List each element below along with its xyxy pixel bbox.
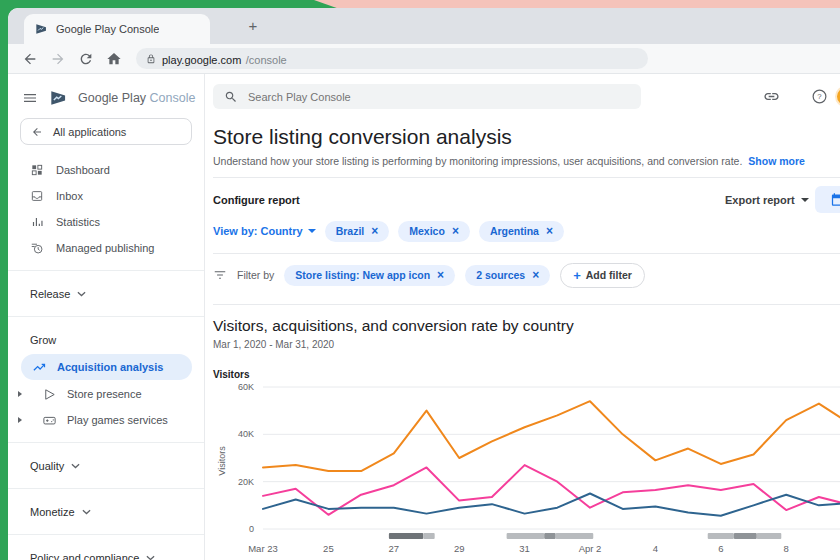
arrow-back-icon bbox=[31, 126, 43, 138]
svg-text:Mar 23: Mar 23 bbox=[248, 543, 278, 554]
trending-up-icon bbox=[32, 360, 47, 375]
play-console-app: Google Play Console All applications Das… bbox=[8, 74, 840, 560]
store-presence-icon bbox=[42, 387, 57, 402]
series-blue bbox=[263, 494, 840, 516]
play-console-logo-icon bbox=[48, 88, 68, 108]
search-bar[interactable] bbox=[213, 84, 641, 109]
sidebar-item-inbox[interactable]: Inbox bbox=[8, 183, 204, 209]
expand-arrow-icon[interactable] bbox=[18, 391, 22, 397]
help-icon[interactable]: ? bbox=[811, 88, 828, 105]
tab-title: Google Play Console bbox=[56, 23, 159, 35]
svg-text:8: 8 bbox=[784, 543, 789, 554]
country-chip-mexico[interactable]: Mexico × bbox=[398, 221, 470, 242]
sidebar-item-managed-publishing[interactable]: Managed publishing bbox=[8, 235, 204, 261]
sidebar-item-store-presence[interactable]: Store presence bbox=[8, 381, 204, 407]
avatar[interactable] bbox=[835, 86, 840, 107]
timeline-annotation-bar bbox=[507, 533, 545, 539]
forward-icon[interactable] bbox=[50, 51, 66, 67]
chevron-down-icon bbox=[82, 509, 91, 515]
svg-text:31: 31 bbox=[519, 543, 530, 554]
sidebar-divider bbox=[8, 270, 204, 271]
play-console-favicon bbox=[34, 22, 48, 36]
logo-text: Google Play Console bbox=[78, 91, 195, 105]
sidebar-section-policy[interactable]: Policy and compliance bbox=[8, 544, 204, 560]
svg-text:29: 29 bbox=[454, 543, 465, 554]
search-input[interactable] bbox=[248, 91, 630, 103]
sidebar-divider bbox=[8, 534, 204, 535]
all-applications-label: All applications bbox=[53, 126, 126, 138]
svg-text:0: 0 bbox=[249, 524, 254, 534]
svg-text:Apr 2: Apr 2 bbox=[579, 543, 602, 554]
all-applications-button[interactable]: All applications bbox=[20, 118, 192, 145]
plus-icon: + bbox=[573, 268, 581, 283]
chart-date-range: Mar 1, 2020 - Mar 31, 2020 bbox=[213, 339, 840, 350]
country-chip-brazil[interactable]: Brazil × bbox=[325, 221, 390, 242]
timeline-annotation-bar bbox=[423, 533, 434, 539]
timeline-annotation-bar bbox=[757, 533, 782, 539]
browser-tab-strip: Google Play Console + bbox=[8, 8, 840, 44]
add-filter-button[interactable]: + Add filter bbox=[560, 263, 645, 288]
divider bbox=[213, 253, 840, 254]
series-orange bbox=[263, 401, 840, 471]
dashboard-icon bbox=[30, 163, 44, 177]
chevron-down-icon bbox=[146, 555, 155, 560]
chart-metric-label: Visitors bbox=[213, 369, 840, 380]
close-icon[interactable]: × bbox=[371, 225, 378, 237]
reload-icon[interactable] bbox=[78, 51, 94, 67]
browser-toolbar: play.google.com /console bbox=[8, 44, 840, 74]
close-icon[interactable]: × bbox=[532, 269, 539, 281]
inbox-icon bbox=[30, 189, 44, 203]
browser-tab[interactable]: Google Play Console bbox=[24, 14, 210, 44]
hamburger-menu-icon[interactable] bbox=[22, 90, 38, 106]
page-title: Store listing conversion analysis bbox=[213, 125, 840, 149]
url-path: /console bbox=[246, 54, 287, 66]
new-tab-button[interactable]: + bbox=[242, 15, 264, 37]
sidebar-section-grow: Grow bbox=[8, 326, 204, 353]
svg-text:40K: 40K bbox=[238, 429, 254, 439]
show-more-link[interactable]: Show more bbox=[748, 155, 805, 167]
close-icon[interactable]: × bbox=[452, 225, 459, 237]
chart-title: Visitors, acquisitions, and conversion r… bbox=[213, 317, 840, 335]
managed-publishing-icon bbox=[30, 241, 44, 255]
close-icon[interactable]: × bbox=[437, 269, 444, 281]
sidebar-section-quality[interactable]: Quality bbox=[8, 452, 204, 479]
sidebar-divider bbox=[8, 316, 204, 317]
filter-chip-sources[interactable]: 2 sources × bbox=[465, 265, 550, 286]
svg-text:Visitors: Visitors bbox=[217, 446, 227, 476]
svg-text:6: 6 bbox=[718, 543, 723, 554]
divider bbox=[213, 177, 840, 178]
sidebar-item-acquisition-analysis[interactable]: Acquisition analysis bbox=[21, 354, 192, 380]
filter-by-label: Filter by bbox=[237, 269, 274, 281]
svg-text:25: 25 bbox=[323, 543, 334, 554]
search-icon bbox=[224, 90, 238, 104]
filter-chip-store-listing[interactable]: Store listing: New app icon × bbox=[284, 265, 455, 286]
back-icon[interactable] bbox=[22, 51, 38, 67]
sidebar-section-release[interactable]: Release bbox=[8, 280, 204, 307]
chevron-down-icon bbox=[77, 291, 86, 297]
svg-text:27: 27 bbox=[389, 543, 400, 554]
view-by-dropdown[interactable]: View by: Country bbox=[213, 225, 316, 237]
lock-icon bbox=[146, 54, 156, 64]
close-icon[interactable]: × bbox=[546, 225, 553, 237]
sidebar-item-play-games-services[interactable]: Play games services bbox=[8, 407, 204, 433]
filter-list-icon bbox=[213, 268, 227, 282]
expand-arrow-icon[interactable] bbox=[18, 417, 22, 423]
export-report-button[interactable]: Export report bbox=[725, 194, 809, 206]
url-bar[interactable]: play.google.com /console bbox=[136, 48, 648, 69]
sidebar: Google Play Console All applications Das… bbox=[8, 74, 205, 560]
sidebar-item-dashboard[interactable]: Dashboard bbox=[8, 157, 204, 183]
url-host: play.google.com bbox=[162, 54, 241, 66]
sidebar-section-monetize[interactable]: Monetize bbox=[8, 498, 204, 525]
link-icon[interactable] bbox=[763, 88, 780, 105]
calendar-icon bbox=[830, 192, 840, 207]
chevron-down-icon bbox=[71, 463, 80, 469]
main-content: ? Store listing conversion analysis Unde… bbox=[205, 74, 840, 560]
sidebar-item-statistics[interactable]: Statistics bbox=[8, 209, 204, 235]
svg-text:60K: 60K bbox=[238, 382, 254, 392]
home-icon[interactable] bbox=[106, 51, 122, 67]
sidebar-divider bbox=[8, 488, 204, 489]
country-chip-argentina[interactable]: Argentina × bbox=[479, 221, 564, 242]
svg-text:20K: 20K bbox=[238, 477, 254, 487]
configure-report-label: Configure report bbox=[213, 194, 300, 206]
date-range-button[interactable] bbox=[815, 186, 840, 213]
